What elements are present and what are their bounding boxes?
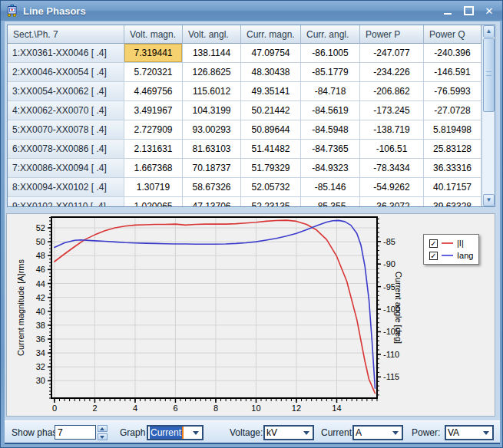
table-cell[interactable]: -84.9323 xyxy=(301,159,360,178)
table-cell[interactable]: -78.3434 xyxy=(360,159,424,178)
x-tick-label: 4 xyxy=(133,404,137,413)
window-title: Line Phasors xyxy=(23,5,86,17)
maximize-button[interactable] xyxy=(462,5,475,17)
table-cell[interactable]: 1.020065 xyxy=(124,197,183,207)
x-tick-label: 12 xyxy=(292,404,301,413)
table-cell[interactable]: 50.21442 xyxy=(241,101,301,120)
table-cell[interactable]: 1.30719 xyxy=(124,178,183,197)
y-right-tick-label: -110 xyxy=(383,350,399,359)
table-cell[interactable]: -86.1005 xyxy=(301,44,360,63)
table-cell[interactable]: -27.0728 xyxy=(424,101,481,120)
show-phase-input[interactable]: 7 xyxy=(55,425,96,440)
table-cell[interactable]: 47.09754 xyxy=(241,44,301,63)
row-header-cell[interactable]: 1:XX0361-XX0046 [ .4] xyxy=(8,44,124,63)
table-cell[interactable]: 2.131631 xyxy=(124,140,183,159)
graph-combo[interactable]: Current xyxy=(147,425,204,440)
table-cell[interactable]: 52.23135 xyxy=(241,197,301,207)
table-cell[interactable]: -106.51 xyxy=(360,140,424,159)
row-header-cell[interactable]: 9:XX0102-XX0110 [ .4] xyxy=(8,197,124,207)
column-header[interactable]: Sect.\Ph. 7 xyxy=(8,25,124,44)
legend-checkbox[interactable]: ✓ xyxy=(429,239,438,248)
table-cell[interactable]: -234.226 xyxy=(360,63,424,82)
spin-up-button[interactable] xyxy=(98,425,108,432)
current-combo[interactable]: A xyxy=(352,425,403,440)
table-cell[interactable]: -76.5993 xyxy=(424,82,481,101)
app-icon xyxy=(6,5,18,17)
scrollbar-thumb[interactable] xyxy=(483,38,495,112)
column-header[interactable]: Curr. angl. xyxy=(301,25,360,44)
table-cell[interactable]: -138.719 xyxy=(360,120,424,140)
window-controls: ✕ xyxy=(442,1,495,21)
table-cell[interactable]: -85.1779 xyxy=(301,63,360,82)
table-cell[interactable]: -206.862 xyxy=(360,82,424,101)
power-combo-value: VA xyxy=(448,427,459,438)
table-cell[interactable]: -84.718 xyxy=(301,82,360,101)
row-header-cell[interactable]: 3:XX0054-XX0062 [ .4] xyxy=(8,82,124,101)
table-cell[interactable]: 51.79329 xyxy=(241,159,301,178)
y-right-tick-label: -85 xyxy=(383,237,395,246)
table-cell[interactable]: -146.591 xyxy=(424,63,481,82)
table-cell[interactable]: -173.245 xyxy=(360,101,424,120)
column-header[interactable]: Power P xyxy=(360,25,424,44)
table-cell[interactable]: 5.720321 xyxy=(124,63,183,82)
table-cell[interactable]: 50.89644 xyxy=(241,120,301,140)
table-cell[interactable]: 81.63103 xyxy=(183,140,241,159)
table-cell[interactable]: 115.6012 xyxy=(183,82,241,101)
row-header-cell[interactable]: 4:XX0062-XX0070 [ .4] xyxy=(8,101,124,120)
table-cell[interactable]: -84.7365 xyxy=(301,140,360,159)
table-cell[interactable]: -84.5619 xyxy=(301,101,360,120)
column-header[interactable]: Power Q xyxy=(424,25,481,44)
table-cell[interactable]: 7.319441 xyxy=(124,44,183,63)
table-cell[interactable]: 138.1144 xyxy=(183,44,241,63)
table-cell[interactable]: -85.146 xyxy=(301,178,360,197)
table-cell[interactable]: 36.33316 xyxy=(424,159,481,178)
x-tick-label: 8 xyxy=(213,404,218,413)
table-cell[interactable]: 58.67326 xyxy=(183,178,241,197)
spin-down-button[interactable] xyxy=(98,433,108,440)
table-scrollbar[interactable]: ▲ ▼ xyxy=(481,25,495,206)
legend-checkbox[interactable]: ✓ xyxy=(429,252,438,260)
titlebar[interactable]: Line Phasors ✕ xyxy=(1,1,502,21)
table-cell[interactable]: -54.9262 xyxy=(360,178,424,197)
scroll-up-button[interactable]: ▲ xyxy=(483,25,495,38)
table-cell[interactable]: 70.18737 xyxy=(183,159,241,178)
column-header[interactable]: Curr. magn. xyxy=(241,25,301,44)
minimize-button[interactable] xyxy=(442,5,454,17)
table-cell[interactable]: 1.667368 xyxy=(124,159,183,178)
table-cell[interactable]: 47.13706 xyxy=(183,197,241,207)
scroll-down-button[interactable]: ▼ xyxy=(483,194,495,206)
table-cell[interactable]: 49.35141 xyxy=(241,82,301,101)
row-header-cell[interactable]: 7:XX0086-XX0094 [ .4] xyxy=(8,159,124,178)
table-cell[interactable]: 25.83128 xyxy=(424,140,481,159)
table-cell[interactable]: 48.30438 xyxy=(241,63,301,82)
table-cell[interactable]: -84.5948 xyxy=(301,120,360,140)
bottom-toolbar: Show phase 7 Graph Current Voltage: kV C… xyxy=(5,420,500,444)
table-cell[interactable]: 52.05732 xyxy=(241,178,301,197)
table-cell[interactable]: 93.00293 xyxy=(183,120,241,140)
table-cell[interactable]: 39.63328 xyxy=(424,197,481,207)
table-cell[interactable]: 5.819498 xyxy=(424,120,481,140)
table-cell[interactable]: -85.355 xyxy=(301,197,360,207)
row-header-cell[interactable]: 2:XX0046-XX0054 [ .4] xyxy=(8,63,124,82)
close-button[interactable]: ✕ xyxy=(483,5,495,17)
table-cell[interactable]: -240.396 xyxy=(424,44,481,63)
legend-label: |I| xyxy=(457,239,464,248)
voltage-combo[interactable]: kV xyxy=(263,425,314,440)
table-cell[interactable]: -36.3072 xyxy=(360,197,424,207)
row-header-cell[interactable]: 8:XX0094-XX0102 [ .4] xyxy=(8,178,124,197)
power-combo[interactable]: VA xyxy=(445,425,494,440)
table-cell[interactable]: 104.3199 xyxy=(183,101,241,120)
table-cell[interactable]: -247.077 xyxy=(360,44,424,63)
table-cell[interactable]: 51.41482 xyxy=(241,140,301,159)
table-cell[interactable]: 126.8625 xyxy=(183,63,241,82)
table-row: 2:XX0046-XX0054 [ .4]5.720321126.862548.… xyxy=(8,63,495,82)
row-header-cell[interactable]: 6:XX0078-XX0086 [ .4] xyxy=(8,140,124,159)
row-header-cell[interactable]: 5:XX0070-XX0078 [ .4] xyxy=(8,120,124,140)
table-cell[interactable]: 3.491967 xyxy=(124,101,183,120)
table-cell[interactable]: 2.727909 xyxy=(124,120,183,140)
column-header[interactable]: Volt. angl. xyxy=(183,25,241,44)
y-right-axis-label: Current angle [deg] xyxy=(394,272,403,344)
table-cell[interactable]: 4.469756 xyxy=(124,82,183,101)
column-header[interactable]: Volt. magn. xyxy=(124,25,183,44)
table-cell[interactable]: 40.17157 xyxy=(424,178,481,197)
